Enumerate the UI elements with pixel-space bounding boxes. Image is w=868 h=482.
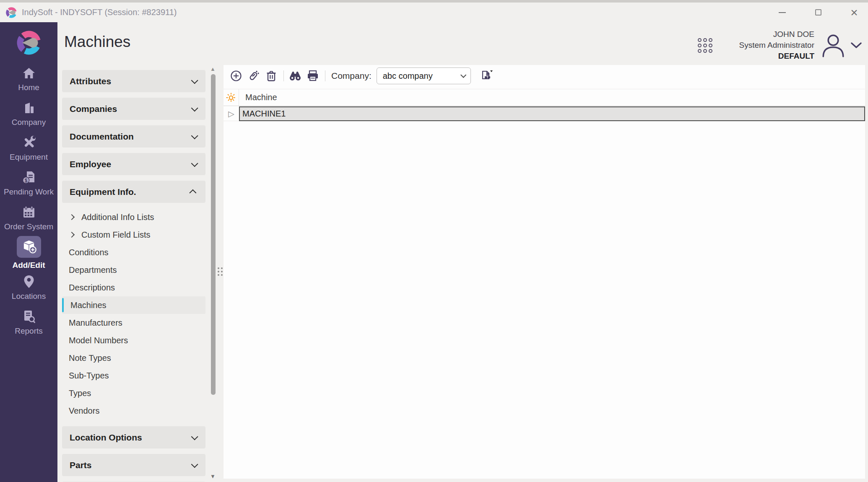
panel-splitter[interactable] (216, 65, 223, 482)
building-icon (20, 101, 38, 115)
print-button[interactable] (306, 69, 320, 83)
delete-button[interactable] (264, 69, 278, 83)
scrollbar-thumb[interactable] (211, 74, 216, 395)
find-button[interactable] (288, 69, 302, 83)
edit-button[interactable] (247, 69, 261, 83)
chevron-down-icon (191, 77, 198, 84)
item-note-types[interactable]: Note Types (62, 349, 205, 367)
trash-icon (265, 70, 277, 82)
user-menu-chevron-icon[interactable] (850, 41, 862, 49)
user-info: JOHN DOE System Administrator DEFAULT (739, 29, 815, 62)
sidebar-item-order-system[interactable]: Order System (0, 201, 57, 236)
section-attributes[interactable]: Attributes (62, 70, 205, 92)
apps-grid-icon[interactable] (698, 38, 712, 53)
chevron-down-icon (191, 104, 198, 111)
scroll-up-arrow[interactable]: ▲ (210, 66, 216, 72)
company-dropdown[interactable]: abc company (377, 67, 471, 84)
export-icon (479, 68, 495, 84)
item-vendors[interactable]: Vendors (62, 402, 205, 420)
item-manufacturers[interactable]: Manufacturers (62, 314, 205, 332)
column-header-machine[interactable]: Machine (239, 89, 277, 106)
section-location-options[interactable]: Location Options (62, 426, 205, 448)
item-descriptions[interactable]: Descriptions (62, 279, 205, 296)
edit-wand-icon (247, 70, 260, 82)
map-pin-icon (20, 275, 38, 289)
item-types[interactable]: Types (62, 384, 205, 402)
home-icon (20, 66, 38, 80)
sidebar-item-company[interactable]: Company (0, 96, 57, 131)
tools-icon (20, 135, 38, 150)
item-departments[interactable]: Departments (62, 261, 205, 279)
machine-cell[interactable]: MACHINE1 (239, 106, 865, 121)
report-search-icon (20, 309, 38, 324)
sidebar-item-home[interactable]: Home (0, 62, 57, 96)
company-dropdown-value: abc company (383, 71, 433, 81)
chevron-up-icon (189, 189, 196, 196)
close-button[interactable]: × (848, 6, 860, 19)
equipment-info-list: Additional Info Lists Custom Field Lists… (62, 208, 205, 420)
splitter-grip-icon (218, 267, 223, 276)
main-content: Company: abc company (223, 65, 865, 479)
section-employee[interactable]: Employee (62, 153, 205, 175)
item-machines[interactable]: Machines (62, 296, 205, 314)
scroll-down-arrow[interactable]: ▼ (210, 473, 216, 479)
sidebar-item-locations[interactable]: Locations (0, 270, 57, 305)
user-role: System Administrator (739, 40, 815, 51)
table-row: ▷ MACHINE1 (223, 106, 865, 121)
chevron-right-icon (69, 214, 75, 220)
section-companies[interactable]: Companies (62, 98, 205, 120)
page-title: Machines (64, 33, 130, 51)
sidebar: Home Company Equipment (0, 22, 57, 482)
toolbar-separator (325, 70, 325, 81)
toolbar-separator (283, 70, 284, 81)
panel-scrollbar[interactable]: ▲ ▼ (210, 65, 216, 482)
user-profile: DEFAULT (739, 51, 815, 62)
sun-icon (226, 93, 236, 103)
sidebar-item-pending-work[interactable]: $ Pending Work (0, 166, 57, 201)
item-additional-info-lists[interactable]: Additional Info Lists (62, 208, 205, 226)
svg-text:$: $ (24, 178, 27, 184)
avatar-icon[interactable] (820, 33, 846, 57)
printer-icon (307, 70, 319, 82)
section-documentation[interactable]: Documentation (62, 125, 205, 148)
add-edit-box-icon (17, 236, 41, 258)
sidebar-item-reports[interactable]: Reports (0, 305, 57, 340)
section-parts[interactable]: Parts (62, 454, 205, 476)
item-custom-field-lists[interactable]: Custom Field Lists (62, 226, 205, 244)
sidebar-item-add-edit[interactable]: Add/Edit (0, 236, 57, 270)
user-name: JOHN DOE (739, 29, 815, 40)
export-button[interactable] (478, 67, 495, 84)
options-panel: Attributes Companies Documentation Emplo… (57, 65, 210, 482)
window-titlebar[interactable]: IndySoft - INDYSOFT (Session: #823911) × (0, 3, 868, 22)
chevron-down-icon (191, 433, 198, 440)
chevron-down-icon (191, 132, 198, 139)
expand-triangle-icon: ▷ (228, 109, 234, 119)
calendar-icon (20, 205, 38, 219)
grid-customize-button[interactable] (223, 89, 239, 106)
add-circle-icon (230, 70, 242, 82)
grid-header-row: Machine (223, 89, 865, 106)
window-title: IndySoft - INDYSOFT (Session: #823911) (22, 8, 177, 17)
item-model-numbers[interactable]: Model Numbers (62, 332, 205, 349)
grid-toolbar: Company: abc company (223, 65, 865, 87)
page-header: Machines JOHN DOE System Administrator D… (57, 22, 868, 65)
brand-logo-icon (17, 31, 41, 55)
binoculars-icon (289, 70, 301, 81)
chevron-down-icon (191, 160, 198, 167)
item-conditions[interactable]: Conditions (62, 244, 205, 261)
sidebar-item-equipment[interactable]: Equipment (0, 131, 57, 166)
invoice-dollar-icon: $ (20, 170, 38, 184)
minimize-button[interactable] (776, 6, 788, 19)
add-button[interactable] (229, 69, 243, 83)
section-equipment-info[interactable]: Equipment Info. (62, 181, 205, 203)
company-filter-label: Company: (331, 71, 372, 81)
chevron-down-icon (460, 72, 466, 78)
maximize-button[interactable] (812, 6, 824, 19)
row-expand-button[interactable]: ▷ (223, 106, 239, 121)
chevron-right-icon (69, 232, 75, 238)
chevron-down-icon (191, 461, 198, 468)
item-sub-types[interactable]: Sub-Types (62, 367, 205, 384)
app-logo-icon (6, 7, 17, 18)
